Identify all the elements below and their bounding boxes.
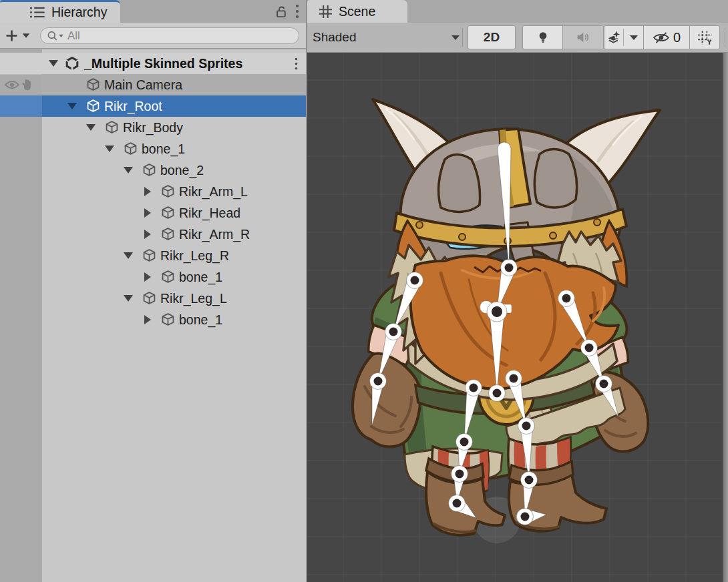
bone-joint[interactable] [505, 264, 514, 272]
toolbar-separator [725, 28, 725, 47]
gameobject-cube-icon [124, 141, 138, 156]
scene-panel: Scene Shaded 2D [307, 0, 728, 582]
tree-row-Rikr_Leg_L[interactable]: Rikr_Leg_L [0, 288, 306, 309]
chevron-down-icon [23, 33, 30, 37]
plus-icon [5, 29, 18, 42]
collapse-arrow[interactable] [144, 187, 151, 196]
bone-joint[interactable] [492, 306, 502, 317]
bone-joint[interactable] [510, 374, 518, 383]
scene-toolbar: Shaded 2D [307, 23, 728, 53]
eye-slash-icon [653, 31, 670, 44]
bone-joint[interactable] [456, 470, 464, 479]
2d-label: 2D [484, 30, 500, 45]
bone-joint[interactable] [522, 422, 531, 430]
gameobject-cube-icon [86, 99, 100, 113]
tree-row-Rikr_Leg_R[interactable]: Rikr_Leg_R [0, 245, 306, 266]
hierarchy-tab-title: Hierarchy [51, 5, 107, 20]
tree-row-Rikr_Head[interactable]: Rikr_Head [0, 202, 306, 224]
speaker-muted-icon [576, 31, 590, 43]
scene-header-row[interactable]: _Multiple Skinned Sprites [0, 53, 306, 75]
collapse-arrow[interactable] [144, 272, 151, 282]
gameobject-label: Rikr_Leg_L [160, 288, 227, 309]
tree-row-bone_1[interactable]: bone_1 [0, 266, 306, 288]
scene-viewport[interactable] [307, 53, 728, 582]
scene-lighting-button[interactable] [523, 26, 562, 49]
expand-arrow[interactable] [67, 103, 77, 109]
scene-effects-button[interactable] [604, 26, 623, 49]
bone-joint[interactable] [585, 344, 594, 352]
gameobject-cube-icon [161, 270, 175, 284]
tab-hierarchy[interactable]: Hierarchy [0, 0, 120, 23]
hidden-objects-button[interactable]: 0 [644, 26, 689, 49]
bone-joint[interactable] [411, 276, 419, 285]
expand-arrow[interactable] [124, 252, 133, 259]
kebab-menu-icon[interactable] [295, 4, 299, 19]
scene-grid-icon [319, 5, 333, 19]
gameobject-cube-icon [161, 227, 175, 241]
hierarchy-toolbar [0, 23, 306, 49]
kebab-menu-icon[interactable] [295, 57, 298, 70]
bone-joint[interactable] [521, 513, 530, 521]
collapse-arrow[interactable] [144, 230, 151, 239]
hierarchy-tree[interactable]: _Multiple Skinned Sprites Main Camera Ri… [0, 49, 306, 582]
bone-joint[interactable] [470, 384, 478, 392]
tree-row-bone_1[interactable]: bone_1 [0, 138, 306, 160]
expand-arrow[interactable] [124, 295, 133, 302]
gameobject-cube-icon [142, 291, 156, 305]
bone-joint[interactable] [600, 380, 608, 388]
expand-arrow[interactable] [86, 124, 96, 131]
collapse-arrow[interactable] [144, 208, 151, 218]
effects-dropdown-button[interactable] [624, 26, 643, 49]
search-input[interactable] [65, 29, 299, 43]
gameobject-label: Rikr_Arm_L [179, 181, 248, 202]
expand-arrow[interactable] [49, 60, 58, 67]
bone-joint[interactable] [562, 294, 571, 303]
visibility-eye-icon[interactable] [5, 79, 19, 90]
gameobject-cube-icon [161, 184, 175, 198]
tab-scene[interactable]: Scene [307, 0, 407, 23]
pickability-hand-icon[interactable] [21, 79, 33, 91]
bone-joint[interactable] [460, 438, 469, 447]
toolbar-separator [462, 28, 463, 47]
gameobject-label: Rikr_Body [123, 117, 183, 138]
tree-row-Rikr_Arm_R[interactable]: Rikr_Arm_R [0, 224, 306, 245]
search-icon [47, 30, 65, 41]
bone-joint[interactable] [389, 328, 398, 336]
grid-visibility-button[interactable] [690, 26, 719, 49]
tree-row-Rikr_Root[interactable]: Rikr_Root [0, 95, 306, 117]
expand-arrow[interactable] [124, 167, 133, 174]
draw-mode-dropdown[interactable]: Shaded [313, 25, 462, 49]
scene-audio-button[interactable] [562, 26, 603, 49]
gameobject-label: bone_1 [142, 138, 185, 160]
bone-joint[interactable] [493, 389, 502, 398]
tree-row-Rikr_Arm_L[interactable]: Rikr_Arm_L [0, 181, 306, 202]
create-gameobject-button[interactable] [5, 27, 36, 44]
gameobject-label: Rikr_Head [179, 202, 240, 224]
gameobject-cube-icon [105, 120, 119, 134]
search-field [40, 27, 299, 44]
tree-row-Rikr_Body[interactable]: Rikr_Body [0, 117, 306, 138]
gameobject-cube-icon [161, 312, 175, 326]
unlock-icon[interactable] [275, 5, 289, 19]
collapse-arrow[interactable] [144, 315, 151, 324]
unity-scene-icon [65, 56, 79, 71]
gameobject-cube-icon [142, 163, 156, 177]
hidden-count: 0 [673, 30, 681, 45]
gameobject-label: bone_1 [179, 309, 222, 330]
2d-toggle-button[interactable]: 2D [468, 25, 516, 49]
gameobject-label: Rikr_Arm_R [179, 224, 250, 245]
chevron-down-icon [451, 35, 460, 40]
light-bulb-icon [537, 31, 549, 45]
gameobject-label: bone_1 [179, 266, 222, 288]
gameobject-label: Rikr_Leg_R [160, 245, 229, 266]
gameobject-label: Main Camera [104, 74, 182, 95]
tree-row-bone_2[interactable]: bone_2 [0, 160, 306, 181]
expand-arrow[interactable] [105, 146, 114, 152]
bone-joint[interactable] [525, 476, 534, 485]
tree-row-bone_1[interactable]: bone_1 [0, 309, 306, 330]
window-edge [723, 53, 728, 582]
bone-joint[interactable] [453, 499, 462, 508]
tree-row-Main Camera[interactable]: Main Camera [0, 74, 306, 95]
scene-tab-title: Scene [339, 4, 375, 19]
bone-joint[interactable] [374, 377, 383, 386]
